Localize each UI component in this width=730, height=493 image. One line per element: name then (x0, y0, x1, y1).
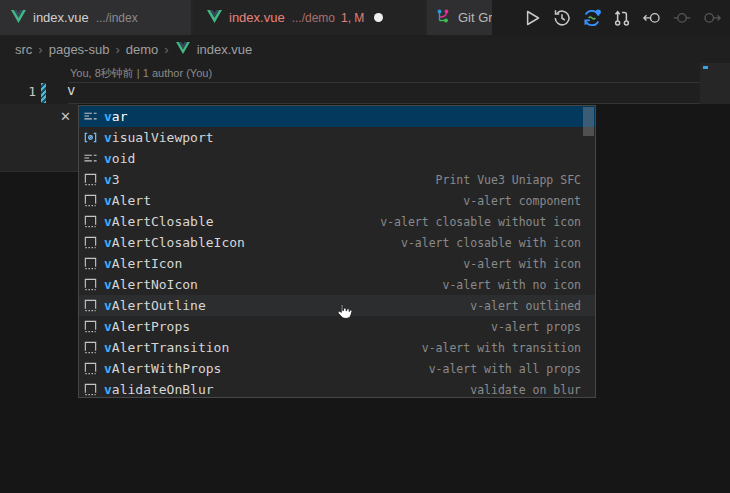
suggestion-item[interactable]: v3Print Vue3 Uniapp SFC (79, 169, 595, 190)
suggest-scrollbar[interactable] (583, 107, 594, 136)
breadcrumb: src › pages-sub › demo › index.vue (0, 35, 730, 63)
suggestion-item[interactable]: void (79, 148, 595, 169)
breadcrumb-item-pages-sub[interactable]: pages-sub (49, 42, 110, 57)
symbol-snippet-icon (82, 256, 98, 272)
suggest-widget: varvisualViewportvoidv3Print Vue3 Uniapp… (78, 105, 596, 398)
unsaved-dot-icon[interactable] (374, 13, 383, 22)
suggestion-item[interactable]: vAlertOutlinev-alert outlined (79, 295, 595, 316)
chevron-right-icon: › (115, 42, 119, 57)
suggestion-item[interactable]: vAlertv-alert component (79, 190, 595, 211)
vue-logo-icon (207, 9, 222, 27)
suggestion-item[interactable]: vAlertClosablev-alert closable without i… (79, 211, 595, 232)
suggest-list: varvisualViewportvoidv3Print Vue3 Uniapp… (79, 106, 595, 398)
tab-index-vue-index[interactable]: index.vue .../index (0, 0, 191, 35)
suggestion-detail: v-alert props (491, 320, 581, 334)
symbol-snippet-icon (82, 361, 98, 377)
chevron-right-icon: › (164, 42, 168, 57)
tab-description: .../demo (292, 11, 335, 25)
line-number: 1 (0, 84, 36, 99)
editor-actions-toolbar (492, 0, 730, 35)
problems-badge: 1, M (341, 11, 364, 25)
vue-logo-icon (176, 42, 190, 57)
suggestion-label: vAlertNoIcon (104, 277, 198, 292)
suggestion-detail: v-alert closable without icon (380, 215, 581, 229)
suggestion-item[interactable]: vAlertTransitionv-alert with transition (79, 337, 595, 358)
suggestion-label: visualViewport (104, 130, 214, 145)
symbol-snippet-icon (82, 319, 98, 335)
breadcrumb-item-demo[interactable]: demo (126, 42, 159, 57)
run-play-icon[interactable] (522, 8, 542, 28)
breadcrumb-item-src[interactable]: src (15, 42, 32, 57)
gutter-modified-indicator (41, 83, 46, 103)
suggestion-item[interactable]: validateOnBlurvalidate on blur (79, 379, 595, 398)
suggestion-detail: v-alert with transition (422, 341, 581, 355)
chevron-right-icon: › (38, 42, 42, 57)
symbol-snippet-icon (82, 214, 98, 230)
suggestion-detail: Print Vue3 Uniapp SFC (436, 173, 581, 187)
symbol-keyword-icon (82, 109, 98, 125)
symbol-snippet-icon (82, 277, 98, 293)
vscode-window: index.vue .../index index.vue .../demo 1… (0, 0, 730, 493)
symbol-snippet-icon (82, 193, 98, 209)
suggestion-item[interactable]: vAlertWithPropsv-alert with all props (79, 358, 595, 379)
suggestion-label: vAlert (104, 193, 151, 208)
minimap-line-mark (703, 66, 708, 69)
history-timeline-icon[interactable] (552, 8, 572, 28)
tab-label: index.vue (33, 10, 89, 25)
navigate-forward-icon[interactable] (702, 8, 722, 28)
suggestion-item[interactable]: vAlertNoIconv-alert with no icon (79, 274, 595, 295)
suggestion-label: v3 (104, 172, 120, 187)
symbol-snippet-icon (82, 235, 98, 251)
suggestion-label: vAlertOutline (104, 298, 206, 313)
current-line-border-bottom (68, 103, 700, 104)
suggestion-label: validateOnBlur (104, 382, 214, 397)
symbol-keyword-icon (82, 151, 98, 167)
suggestion-detail: v-alert component (463, 194, 581, 208)
suggestion-item[interactable]: var (79, 106, 595, 127)
tab-label: Git Graph (458, 10, 492, 25)
suggestion-label: vAlertWithProps (104, 361, 221, 376)
code-text[interactable]: v (67, 82, 75, 98)
git-blame-annotation[interactable]: You, 8秒钟前 | 1 author (You) (70, 66, 212, 81)
suggestion-detail: v-alert with all props (429, 362, 581, 376)
suggestion-detail: v-alert with no icon (443, 278, 581, 292)
git-graph-icon (435, 8, 451, 28)
hover-widget: ✕ (0, 104, 78, 172)
navigate-back-icon[interactable] (642, 8, 662, 28)
suggestion-label: vAlertProps (104, 319, 190, 334)
tab-label: index.vue (229, 10, 285, 25)
suggestion-label: vAlertClosable (104, 214, 214, 229)
suggestion-detail: v-alert outlined (470, 299, 581, 313)
suggestion-label: void (104, 151, 135, 166)
tab-description: .../index (96, 11, 138, 25)
suggestion-label: var (104, 109, 127, 124)
git-sync-icon[interactable] (582, 8, 602, 28)
symbol-snippet-icon (82, 172, 98, 188)
editor-pane[interactable]: You, 8秒钟前 | 1 author (You) 1 v (0, 63, 730, 104)
suggestion-label: vAlertClosableIcon (104, 235, 245, 250)
breadcrumb-item-file[interactable]: index.vue (197, 42, 253, 57)
minimap[interactable] (700, 63, 730, 104)
suggestion-detail: validate on blur (470, 383, 581, 397)
editor-tab-bar: index.vue .../index index.vue .../demo 1… (0, 0, 730, 35)
suggestion-item[interactable]: vAlertIconv-alert with icon (79, 253, 595, 274)
symbol-snippet-icon (82, 382, 98, 398)
suggestion-detail: v-alert closable with icon (401, 236, 581, 250)
suggestion-label: vAlertTransition (104, 340, 229, 355)
vue-logo-icon (11, 9, 26, 27)
symbol-snippet-icon (82, 298, 98, 314)
current-line-border-top (68, 82, 700, 83)
close-icon[interactable]: ✕ (60, 110, 71, 123)
suggestion-item[interactable]: vAlertPropsv-alert props (79, 316, 595, 337)
symbol-snippet-icon (82, 340, 98, 356)
suggestion-label: vAlertIcon (104, 256, 182, 271)
suggestion-item[interactable]: vAlertClosableIconv-alert closable with … (79, 232, 595, 253)
tab-index-vue-demo-active[interactable]: index.vue .../demo 1, M (193, 0, 425, 35)
pull-request-compare-icon[interactable] (612, 8, 632, 28)
tab-git-graph[interactable]: Git Graph (427, 0, 492, 35)
suggestion-item[interactable]: visualViewport (79, 127, 595, 148)
suggestion-detail: v-alert with icon (463, 257, 581, 271)
symbol-variable-icon (82, 130, 98, 146)
navigate-circle-icon[interactable] (672, 8, 692, 28)
